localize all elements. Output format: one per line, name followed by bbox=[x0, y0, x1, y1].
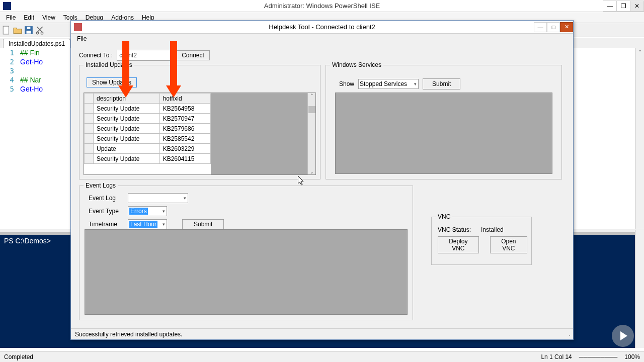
console-prompt: PS C:\Demos> bbox=[4, 237, 51, 245]
new-file-icon[interactable] bbox=[2, 26, 11, 35]
updates-grid-scrollbar[interactable]: ⌃⌄ bbox=[307, 93, 315, 174]
ise-titlebar: Administrator: Windows PowerShell ISE — … bbox=[0, 0, 644, 12]
open-vnc-button[interactable]: Open VNC bbox=[490, 236, 527, 253]
connect-to-label: Connect To : bbox=[79, 52, 113, 59]
cut-icon[interactable] bbox=[35, 26, 44, 35]
services-grid[interactable] bbox=[335, 93, 552, 174]
event-logs-grid[interactable] bbox=[85, 229, 408, 315]
grid-corner bbox=[85, 94, 94, 104]
caret-position: Ln 1 Col 14 bbox=[541, 353, 572, 360]
dialog-minimize-button[interactable]: — bbox=[534, 22, 547, 32]
windows-services-group: Windows Services Show Stopped Services S… bbox=[326, 65, 562, 179]
dialog-app-icon bbox=[74, 23, 82, 31]
menu-file[interactable]: File bbox=[2, 13, 20, 22]
svg-rect-3 bbox=[27, 27, 31, 29]
services-filter-select[interactable]: Stopped Services bbox=[358, 79, 419, 89]
dialog-menubar: File bbox=[71, 34, 573, 44]
helpdesk-dialog: Helpdesk Tool - Connected to client2 — □… bbox=[70, 20, 574, 340]
ise-app-icon bbox=[3, 2, 11, 10]
vnc-group: VNC VNC Status: Installed Deploy VNC Ope… bbox=[431, 217, 532, 265]
editor-scrollbar[interactable]: ⌃ bbox=[635, 48, 644, 230]
vnc-status-label: VNC Status: bbox=[438, 226, 471, 233]
table-row: UpdateKB2603229 bbox=[85, 144, 211, 154]
windows-services-legend: Windows Services bbox=[330, 61, 383, 68]
eventlogs-submit-button[interactable]: Submit bbox=[182, 219, 224, 229]
services-show-label: Show bbox=[339, 80, 354, 87]
timeframe-select[interactable]: Last Hour bbox=[128, 219, 167, 229]
play-overlay-icon[interactable] bbox=[612, 325, 634, 347]
event-type-label: Event Type bbox=[89, 208, 124, 215]
event-log-select[interactable] bbox=[128, 193, 188, 203]
editor-tab[interactable]: InstalledUpdates.ps1 bbox=[3, 39, 70, 48]
dialog-status-text: Successfully retrieved installed updates… bbox=[75, 331, 182, 338]
ise-statusbar: Completed Ln 1 Col 14 ───────── 100% bbox=[0, 351, 644, 362]
table-row: Security UpdateKB2570947 bbox=[85, 114, 211, 124]
event-type-select[interactable]: Errors bbox=[128, 206, 167, 216]
editor-content[interactable]: ## Fin Get-Ho ## Nar Get-Ho bbox=[20, 48, 43, 94]
installed-updates-group: Installed Updates Show Updates descripti… bbox=[79, 65, 320, 179]
ise-minimize-button[interactable]: — bbox=[603, 1, 617, 12]
table-row: Security UpdateKB2585542 bbox=[85, 134, 211, 144]
ise-maximize-button[interactable]: ❐ bbox=[616, 1, 630, 12]
deploy-vnc-button[interactable]: Deploy VNC bbox=[438, 236, 479, 253]
dialog-titlebar[interactable]: Helpdesk Tool - Connected to client2 — □… bbox=[71, 21, 573, 34]
dialog-maximize-button[interactable]: □ bbox=[547, 22, 560, 32]
menu-view[interactable]: View bbox=[38, 13, 59, 22]
event-log-label: Event Log bbox=[89, 195, 124, 202]
annotation-arrow-2 bbox=[166, 41, 181, 98]
event-logs-group: Event Logs Event Log Event Type Errors T… bbox=[79, 186, 413, 320]
save-icon[interactable] bbox=[24, 26, 33, 35]
ise-title: Administrator: Windows PowerShell ISE bbox=[264, 2, 380, 10]
table-row: Security UpdateKB2579686 bbox=[85, 124, 211, 134]
open-file-icon[interactable] bbox=[13, 26, 22, 35]
updates-grid[interactable]: description hotfixid Security UpdateKB25… bbox=[84, 93, 316, 175]
dialog-close-button[interactable]: ✕ bbox=[560, 22, 573, 32]
menu-edit[interactable]: Edit bbox=[20, 13, 38, 22]
vnc-legend: VNC bbox=[436, 213, 452, 220]
timeframe-label: Timeframe bbox=[89, 221, 124, 228]
svg-rect-0 bbox=[3, 26, 9, 34]
table-row: Security UpdateKB2564958 bbox=[85, 104, 211, 114]
status-text: Completed bbox=[4, 353, 33, 360]
table-row: Security UpdateKB2604115 bbox=[85, 154, 211, 164]
vnc-status-value: Installed bbox=[481, 226, 504, 233]
dialog-title: Helpdesk Tool - Connected to client2 bbox=[269, 23, 375, 31]
console-scrollbar[interactable] bbox=[635, 230, 644, 348]
svg-rect-2 bbox=[27, 31, 31, 34]
event-logs-legend: Event Logs bbox=[84, 182, 118, 189]
services-submit-button[interactable]: Submit bbox=[423, 78, 460, 89]
annotation-arrow-1 bbox=[118, 41, 133, 98]
editor-gutter: 1 2 3 4 5 bbox=[0, 48, 18, 94]
connect-button[interactable]: Connect bbox=[176, 50, 210, 60]
ise-close-button[interactable]: ✕ bbox=[630, 1, 644, 12]
zoom-level: 100% bbox=[624, 353, 640, 360]
dialog-menu-file[interactable]: File bbox=[77, 35, 87, 42]
dialog-statusbar: Successfully retrieved installed updates… bbox=[71, 328, 573, 339]
